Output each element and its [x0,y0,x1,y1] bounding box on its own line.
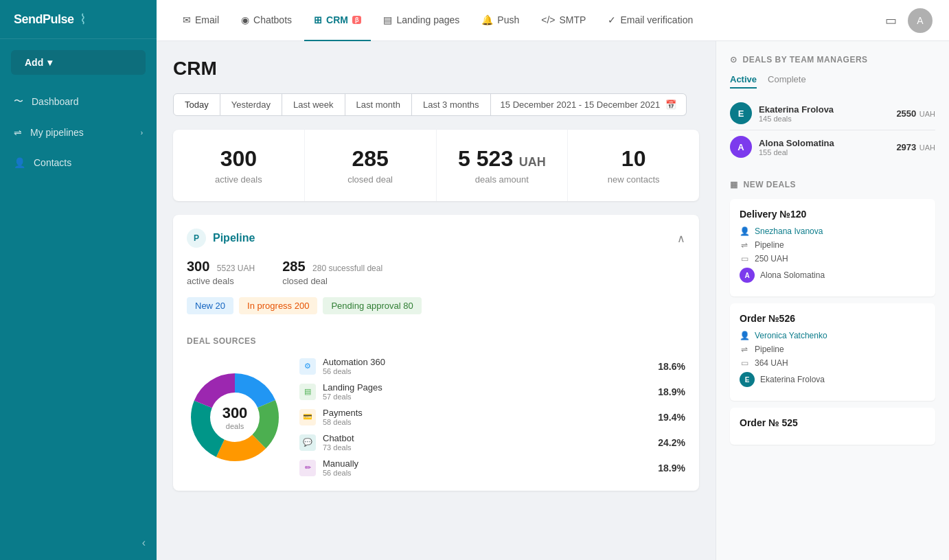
source-manually-info: Manually 56 deals [323,458,651,477]
pipeline-icon: ⇌ [740,345,749,354]
calendar-icon: 📅 [665,100,676,110]
source-deals: 73 deals [323,443,651,452]
tab-email[interactable]: ✉ Email [173,0,229,41]
source-landing: ▤ Landing Pages 57 deals 18.9% [299,382,685,401]
beta-badge: β [352,16,362,24]
logo: SendPulse ⌇ [0,0,157,39]
main-area: ✉ Email ◉ Chatbots ⊞ CRM β ▤ Landing pag… [157,0,949,560]
manager-currency: UAH [919,110,935,118]
donut-center: 300 deals [222,404,248,430]
deal-title[interactable]: Order № 525 [740,417,926,428]
tab-email-verification[interactable]: ✓ Email verification [598,0,702,41]
deal-assignee-avatar: E [740,372,755,387]
tab-chatbots[interactable]: ◉ Chatbots [231,0,301,41]
new-contacts-number: 10 [582,146,685,172]
filter-today[interactable]: Today [173,93,220,116]
filter-last-month[interactable]: Last month [345,93,412,116]
add-button-label: Add [25,57,43,68]
person-icon: 👤 [740,331,749,340]
deal-amount-field: ▭ 364 UAH [740,358,926,368]
pipeline-letter-icon: P [187,229,206,248]
sidebar-item-dashboard[interactable]: 〜 Dashboard [0,86,157,117]
tag-pending-approval[interactable]: Pending approval 80 [323,297,421,314]
page-title: CRM [173,58,699,80]
tab-crm[interactable]: ⊞ CRM β [304,0,371,41]
manager-name: Ekaterina Frolova [759,104,889,115]
date-range-picker[interactable]: 15 December 2021 - 15 December 2021 📅 [491,93,687,116]
manager-currency: UAH [919,143,935,152]
tab-landing[interactable]: ▤ Landing pages [374,0,469,41]
deal-sources-title: DEAL SOURCES [187,336,685,346]
deals-amount-number: 5 523 [458,146,513,171]
donut-label: deals [222,422,248,430]
filter-yesterday[interactable]: Yesterday [220,93,282,116]
manager-tabs: Active Complete [730,74,935,89]
panel-managers-title: ⊙ DEALS BY TEAM MANAGERS [730,55,935,65]
deal-order-526: Order №526 👤 Veronica Yatchenko ⇌ Pipeli… [730,303,935,401]
source-payments-info: Payments 58 deals [323,408,651,426]
active-deals-number: 300 [187,146,290,172]
automation-icon: ⚙ [299,358,316,375]
add-button[interactable]: Add ▾ [11,50,146,75]
tab-label: SMTP [560,14,586,25]
deal-pipeline-field: ⇌ Pipeline [740,240,926,250]
user-avatar[interactable]: A [908,8,933,33]
tag-in-progress[interactable]: In progress 200 [239,297,317,314]
pipeline-closed-label: closed deal [282,276,382,286]
tab-push[interactable]: 🔔 Push [472,0,529,41]
pipeline-stats: 300 5523 UAH active deals 285 280 sucess… [187,259,685,286]
manager-avatar-e: E [730,102,752,124]
pipeline-collapse-icon[interactable]: ∧ [677,232,685,245]
deal-contact-field: 👤 Snezhana Ivanova [740,226,926,236]
deal-assignee-field: A Alona Solomatina [740,268,926,283]
manager-amount-e: 2550 UAH [896,107,935,119]
deal-amount: 250 UAH [755,254,788,264]
sidebar-item-contacts[interactable]: 👤 Contacts [0,148,157,178]
sidebar-item-label: My pipelines [30,127,84,138]
deals-amount-label: deals amount [450,174,554,185]
deal-contact[interactable]: Snezhana Ivanova [755,226,823,236]
tab-label: Email [195,14,219,25]
managers-section-icon: ⊙ [730,55,738,65]
panel-deals-by-managers: ⊙ DEALS BY TEAM MANAGERS Active Complete… [730,55,935,163]
pipeline-active-deals: 300 5523 UAH active deals [187,259,255,286]
chevron-right-icon: › [141,129,143,137]
pipeline-title: P Pipeline [187,229,255,248]
pipeline-active-label: active deals [187,276,255,286]
source-name: Automation 360 [323,357,651,367]
sidebar-item-pipelines[interactable]: ⇌ My pipelines › [0,117,157,148]
tab-smtp[interactable]: </> SMTP [531,0,595,41]
deal-pipeline: Pipeline [755,240,784,250]
deal-title[interactable]: Delivery №120 [740,209,926,220]
pipeline-section: P Pipeline ∧ 300 5523 UAH active deals [173,215,699,491]
source-automation: ⚙ Automation 360 56 deals 18.6% [299,357,685,375]
sources-content: 300 deals ⚙ Automation 360 56 deals [187,357,685,477]
topnav-right: ▭ A [885,8,933,33]
tab-complete-managers[interactable]: Complete [768,74,806,89]
pipeline-name: Pipeline [213,232,255,244]
source-deals: 57 deals [323,393,651,401]
tab-label: Email verification [620,14,693,25]
filter-last-week[interactable]: Last week [282,93,345,116]
deal-contact[interactable]: Veronica Yatchenko [755,331,827,340]
manually-icon: ✏ [299,460,316,476]
filter-last-3-months[interactable]: Last 3 months [412,93,491,116]
source-chatbot-info: Chatbot 73 deals [323,433,651,452]
manager-amount: 2550 [896,108,916,119]
manager-info-a: Alona Solomatina 155 deal [759,138,889,156]
pipelines-icon: ⇌ [14,127,22,138]
device-icon[interactable]: ▭ [885,13,897,28]
tab-label: Push [497,14,519,25]
crm-tab-icon: ⊞ [314,14,322,25]
tab-active-managers[interactable]: Active [730,74,757,89]
deal-title[interactable]: Order №526 [740,313,926,324]
manager-ekaterina: E Ekaterina Frolova 145 deals 2550 UAH [730,97,935,130]
tag-new[interactable]: New 20 [187,297,233,314]
deal-sources: DEAL SOURCES [187,325,685,477]
deal-pipeline: Pipeline [755,345,784,354]
add-button-arrow-icon: ▾ [47,57,52,68]
manager-deals: 155 deal [759,148,889,156]
sidebar-collapse-button[interactable]: ‹ [0,526,157,560]
deal-amount: 364 UAH [755,358,788,368]
pipeline-closed-count: 285 280 sucessfull deal [282,259,382,275]
